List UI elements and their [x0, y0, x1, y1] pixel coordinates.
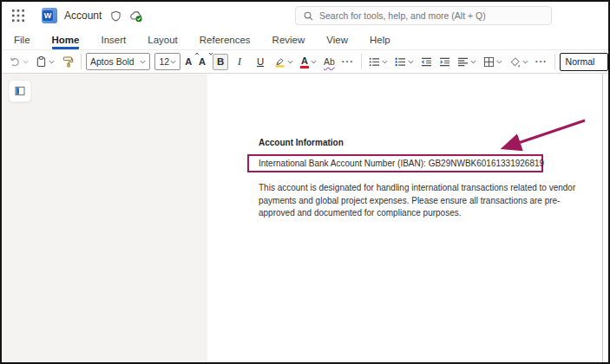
numbered-list-button[interactable]	[392, 55, 417, 68]
sidebar-toggle-button[interactable]	[9, 80, 31, 102]
clear-formatting-button[interactable]: Ab	[321, 55, 338, 68]
tab-view[interactable]: View	[326, 35, 348, 49]
font-size-combobox[interactable]: 12	[154, 53, 180, 70]
divider	[81, 54, 82, 69]
chevron-down-icon	[408, 60, 414, 64]
shrink-font-label: A	[199, 56, 206, 67]
titlebar: W Account	[2, 2, 608, 29]
font-size-value: 12	[159, 56, 169, 67]
document-page[interactable]: Account Information International Bank A…	[207, 74, 603, 362]
font-color-icon: A	[300, 55, 309, 68]
font-name-value: Aptos Bold	[90, 56, 134, 67]
document-canvas: Account Information International Bank A…	[2, 74, 608, 362]
style-name-value: Normal	[566, 56, 595, 67]
canvas-margin	[2, 74, 207, 362]
undo-button[interactable]	[7, 55, 31, 69]
chevron-down-icon	[170, 60, 176, 64]
chevron-down-icon	[23, 60, 29, 64]
more-paragraph-options-button[interactable]: ···	[533, 55, 550, 68]
align-left-icon	[457, 57, 469, 67]
decrease-indent-icon	[421, 57, 432, 67]
divider	[554, 54, 555, 69]
search-box[interactable]	[295, 6, 552, 25]
bullet-list-button[interactable]	[366, 55, 390, 68]
search-input[interactable]	[319, 10, 544, 21]
chevron-down-icon	[470, 60, 476, 64]
document-title[interactable]: Account	[64, 10, 102, 22]
chevron-down-icon	[311, 60, 317, 64]
bold-button[interactable]: B	[213, 54, 228, 70]
numbered-list-icon	[395, 57, 406, 67]
chevron-down-icon	[522, 60, 528, 64]
chevron-down-icon	[382, 60, 388, 64]
tab-help[interactable]: Help	[370, 35, 390, 49]
bold-label: B	[213, 56, 227, 67]
tab-references[interactable]: References	[200, 35, 251, 49]
clipboard-icon	[36, 55, 47, 68]
highlighter-icon	[274, 55, 285, 68]
italic-label: I	[233, 56, 246, 67]
clear-formatting-icon: Ab	[324, 56, 335, 67]
undo-icon	[10, 56, 21, 68]
font-name-combobox[interactable]: Aptos Bold	[86, 53, 151, 70]
highlight-button[interactable]	[272, 54, 296, 69]
grow-font-button[interactable]: A	[182, 55, 194, 68]
word-app-icon[interactable]: W	[42, 8, 57, 23]
chevron-down-icon	[49, 60, 55, 64]
search-icon	[303, 10, 314, 22]
chevron-down-icon	[287, 60, 293, 64]
shading-button[interactable]	[507, 55, 531, 69]
format-painter-icon	[62, 55, 74, 68]
grow-font-label: A	[185, 56, 192, 67]
borders-icon	[483, 56, 495, 68]
tab-review[interactable]: Review	[272, 35, 305, 49]
increase-indent-button[interactable]	[436, 55, 453, 68]
ribbon-toolbar: Aptos Bold 12 A A B I U A Ab ···	[2, 49, 608, 74]
shrink-font-button[interactable]: A	[196, 55, 208, 68]
app-launcher-icon[interactable]	[12, 9, 26, 23]
document-heading: Account Information	[259, 138, 344, 147]
font-color-button[interactable]: A	[298, 54, 319, 70]
tab-insert[interactable]: Insert	[101, 35, 126, 49]
body-paragraph: This account is designated for handling …	[259, 182, 583, 220]
word-online-window: W Account File Home Insert Layout Refere…	[0, 0, 610, 364]
bullet-list-icon	[369, 57, 380, 67]
menubar: File Home Insert Layout References Revie…	[2, 29, 608, 49]
increase-indent-icon	[439, 57, 450, 67]
underline-button[interactable]: U	[251, 55, 270, 68]
saved-to-cloud-icon[interactable]	[128, 10, 143, 23]
alignment-button[interactable]	[455, 55, 479, 68]
divider	[361, 54, 362, 69]
sensitivity-shield-icon[interactable]	[110, 10, 121, 22]
italic-button[interactable]: I	[230, 55, 249, 68]
style-selector[interactable]: Normal	[560, 53, 608, 71]
format-painter-button[interactable]	[59, 54, 76, 69]
tab-file[interactable]: File	[14, 35, 30, 49]
tab-layout[interactable]: Layout	[148, 35, 178, 49]
panel-icon	[14, 85, 26, 97]
paint-bucket-icon	[509, 56, 521, 68]
chevron-down-icon	[140, 60, 146, 64]
tab-home[interactable]: Home	[52, 35, 80, 49]
caret-down-icon	[208, 52, 213, 55]
annotation-arrow	[492, 113, 596, 160]
borders-button[interactable]	[481, 55, 505, 69]
underline-label: U	[253, 56, 267, 67]
chevron-down-icon	[496, 60, 502, 64]
more-font-options-button[interactable]: ···	[339, 55, 357, 68]
decrease-indent-button[interactable]	[418, 55, 435, 68]
paste-button[interactable]	[33, 54, 57, 69]
